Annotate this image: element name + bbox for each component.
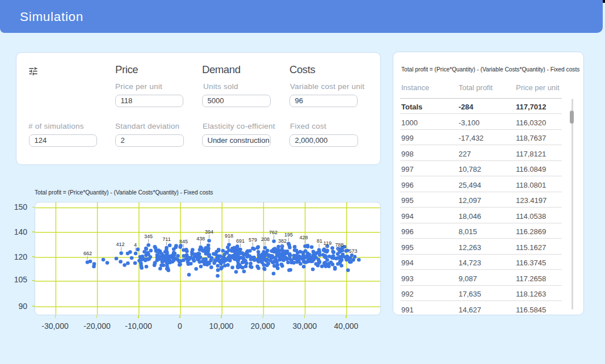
svg-text:345: 345 bbox=[144, 234, 153, 239]
svg-text:382: 382 bbox=[278, 238, 287, 244]
svg-text:579: 579 bbox=[249, 237, 257, 243]
svg-text:195: 195 bbox=[284, 232, 293, 238]
svg-text:918: 918 bbox=[225, 233, 233, 239]
svg-text:845: 845 bbox=[179, 239, 188, 244]
svg-text:119: 119 bbox=[323, 240, 331, 246]
svg-text:662: 662 bbox=[83, 251, 92, 256]
svg-text:428: 428 bbox=[299, 235, 308, 240]
svg-text:208: 208 bbox=[261, 236, 270, 242]
svg-text:81: 81 bbox=[317, 238, 322, 244]
svg-text:438: 438 bbox=[196, 236, 205, 242]
svg-text:412: 412 bbox=[116, 242, 124, 247]
svg-text:762: 762 bbox=[269, 230, 278, 235]
svg-text:691: 691 bbox=[236, 238, 245, 244]
svg-text:788: 788 bbox=[335, 242, 343, 248]
svg-text:394: 394 bbox=[205, 229, 213, 235]
svg-text:573: 573 bbox=[348, 248, 357, 254]
svg-text:711: 711 bbox=[162, 236, 170, 242]
svg-text:4: 4 bbox=[134, 242, 137, 248]
